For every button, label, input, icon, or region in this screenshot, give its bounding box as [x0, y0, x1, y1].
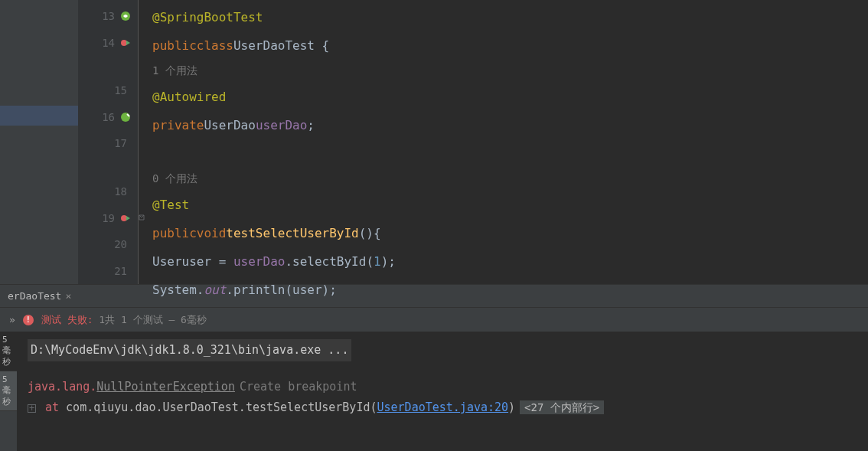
gutter-line[interactable]: 14 — [78, 30, 138, 57]
exception-class[interactable]: NullPointerException — [96, 380, 235, 394]
console-output[interactable]: D:\MyCodeEnv\jdk\jdk1.8.0_321\bin\java.e… — [17, 332, 868, 451]
chevron-icon[interactable]: » — [9, 314, 15, 325]
code-line: public class UserDaoTest { — [152, 31, 868, 60]
fold-icon[interactable] — [138, 214, 145, 223]
code-hint-line: 1 个用法 — [152, 60, 868, 83]
project-sidebar — [0, 0, 78, 284]
line-number: 21 — [114, 265, 127, 277]
sidebar-selection — [0, 106, 78, 126]
create-breakpoint-hint[interactable]: Create breakpoint — [240, 380, 357, 394]
code-line: private UserDao userDao; — [152, 111, 868, 139]
close-icon[interactable]: × — [65, 290, 71, 302]
line-number: 13 — [102, 10, 115, 22]
line-number: 18 — [114, 185, 127, 198]
gutter-line[interactable] — [78, 56, 138, 77]
editor-area: 13 14 15 16 17 18 19 — [0, 0, 868, 284]
gutter-line[interactable]: 19 — [78, 204, 138, 231]
stack-trace-line: +at com.qiuyu.dao.UserDaoTest.testSelect… — [28, 397, 857, 418]
code-editor[interactable]: @SpringBootTest public class UserDaoTest… — [138, 0, 868, 284]
gutter-line[interactable]: 18 — [78, 178, 138, 205]
stack-source-link[interactable]: UserDaoTest.java:20 — [377, 400, 508, 414]
stack-more-frames[interactable]: <27 个内部行> — [520, 400, 604, 414]
gutter-line[interactable]: 16 — [78, 104, 138, 131]
test-fail-label: 测试 失败: — [41, 314, 93, 325]
tab-userdaotest[interactable]: erDaoTest × — [0, 286, 79, 306]
code-line: System.out.println(user); — [152, 276, 868, 304]
line-number: 16 — [102, 111, 115, 123]
svg-point-2 — [121, 113, 130, 122]
expand-icon[interactable]: + — [28, 404, 36, 413]
svg-point-1 — [121, 40, 127, 46]
command-text: D:\MyCodeEnv\jdk\jdk1.8.0_321\bin\java.e… — [28, 339, 351, 361]
gutter-line[interactable] — [78, 157, 138, 178]
exception-line: java.lang.NullPointerExceptionCreate bre… — [28, 377, 857, 397]
gutter-line[interactable]: 20 — [78, 231, 138, 258]
code-line — [152, 139, 868, 168]
line-number: 19 — [102, 212, 115, 224]
line-number: 20 — [114, 238, 127, 250]
annotation: @SpringBootTest — [152, 10, 263, 25]
time-tabs: 5毫秒 5毫秒 — [0, 332, 17, 411]
gutter-line[interactable]: 13 — [78, 3, 138, 30]
code-line: @Autowired — [152, 83, 868, 111]
stack-method: com.qiuyu.dao.UserDaoTest.testSelectUser… — [59, 400, 370, 414]
editor-gutter: 13 14 15 16 17 18 19 — [78, 0, 138, 284]
time-tab[interactable]: 5毫秒 — [0, 332, 17, 371]
console-sidebar: 5毫秒 5毫秒 — [0, 332, 17, 451]
exception-package: java.lang. — [28, 380, 96, 394]
gutter-line[interactable]: 15 — [78, 77, 138, 104]
code-line: User user = userDao.selectById(1); — [152, 247, 868, 276]
bean-icon[interactable] — [119, 111, 132, 123]
error-icon: ! — [23, 315, 34, 325]
run-test-icon[interactable] — [119, 212, 132, 224]
console-area: 5毫秒 5毫秒 D:\MyCodeEnv\jdk\jdk1.8.0_321\bi… — [0, 332, 868, 451]
code-hint-line: 0 个用法 — [152, 168, 868, 191]
spring-icon[interactable] — [119, 10, 132, 22]
gutter-line[interactable]: 21 — [78, 257, 138, 284]
console-command-line: D:\MyCodeEnv\jdk\jdk1.8.0_321\bin\java.e… — [28, 339, 857, 361]
test-detail: 1共 1 个测试 – 6毫秒 — [99, 314, 207, 325]
stack-at: at — [45, 400, 59, 414]
code-line: public void testSelectUserById(){ — [152, 219, 868, 247]
usage-hint[interactable]: 0 个用法 — [152, 172, 197, 186]
code-line: @SpringBootTest — [152, 3, 868, 31]
time-tab[interactable]: 5毫秒 — [0, 371, 17, 411]
line-number: 17 — [114, 137, 127, 149]
line-number: 14 — [102, 37, 115, 49]
usage-hint[interactable]: 1 个用法 — [152, 64, 197, 78]
gutter-line[interactable]: 17 — [78, 130, 138, 157]
tab-label: erDaoTest — [8, 290, 61, 302]
test-status-bar: » ! 测试 失败: 1共 1 个测试 – 6毫秒 — [0, 307, 868, 332]
svg-point-3 — [121, 215, 127, 221]
line-number: 15 — [114, 84, 127, 96]
code-line: @Test — [152, 191, 868, 219]
run-test-icon[interactable] — [119, 37, 132, 49]
